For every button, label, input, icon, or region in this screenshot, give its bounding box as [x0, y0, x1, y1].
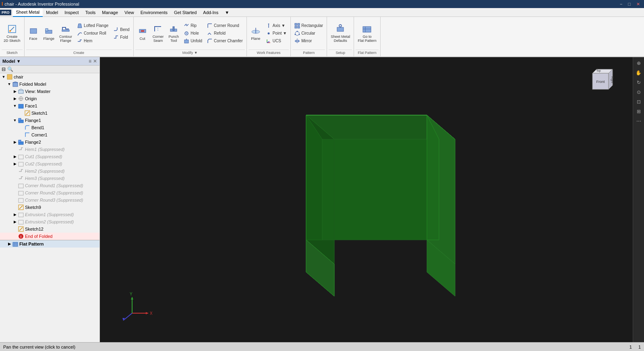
tree-item-extrusion1[interactable]: ▶ Extrusion1 (Suppressed) [0, 211, 99, 218]
tree-item-corner-round3[interactable]: ▶ Corner Round3 (Suppressed) [0, 196, 99, 204]
tree-item-chair[interactable]: ▼ chair [0, 73, 99, 81]
menu-dropdown[interactable]: ▼ [222, 8, 232, 17]
punch-tool-button[interactable]: PunchTool [166, 22, 181, 45]
corner-seam-button[interactable]: CornerSeam [151, 22, 166, 45]
sheet-metal-defaults-button[interactable]: Sheet MetalDefaults [329, 22, 352, 45]
expand-flange2[interactable]: ▶ [12, 139, 18, 145]
menu-tools[interactable]: Tools [82, 8, 99, 17]
tree-item-hem1[interactable]: ▶ Hem1 (Suppressed) [0, 146, 99, 153]
flat-pattern-label: Flat Pattern [19, 242, 44, 246]
viewport[interactable]: Front Top Right X Y [100, 57, 633, 342]
tree-item-flat-pattern[interactable]: ▶ Flat Pattern [0, 240, 99, 248]
tree-item-bend1[interactable]: ▶ Bend1 [0, 124, 99, 131]
ucs-button[interactable]: UCS [264, 37, 289, 45]
hole-icon [184, 31, 189, 36]
contour-roll-button[interactable]: Contour Roll [75, 30, 110, 37]
face-button[interactable]: Face [26, 22, 41, 45]
tree-item-sketch12[interactable]: ▶ Sketch12 [0, 225, 99, 233]
tree-item-cut2[interactable]: ▶ Cut2 (Suppressed) [0, 160, 99, 167]
menu-manage[interactable]: Manage [99, 8, 121, 17]
tree-item-flange2[interactable]: ▶ Flange2 [0, 138, 99, 146]
tree-item-extrusion2[interactable]: ▶ Extrusion2 (Suppressed) [0, 218, 99, 225]
tree-item-origin[interactable]: ▶ Origin [0, 95, 99, 102]
axis-button[interactable]: Axis ▼ [264, 22, 289, 29]
corner-chamfer-button[interactable]: Corner Chamfer [205, 37, 245, 45]
menu-view[interactable]: View [121, 8, 137, 17]
side-panel-title[interactable]: Model ▼ [2, 59, 21, 64]
cut-button[interactable]: Cut [135, 22, 150, 45]
tree-item-hem2[interactable]: ▶ Hem2 (Suppressed) [0, 167, 99, 175]
title-controls[interactable]: − □ ✕ [617, 2, 642, 7]
rt-pan[interactable]: ✋ [634, 68, 643, 77]
svg-marker-95 [146, 312, 148, 314]
svg-rect-57 [19, 140, 21, 142]
tree-item-corner-round1[interactable]: ▶ Corner Round1 (Suppressed) [0, 182, 99, 189]
expand-cut2[interactable]: ▶ [12, 161, 18, 167]
tree-item-view-master[interactable]: ▶ View: Master [0, 88, 99, 95]
rt-zoom-in[interactable]: ⊕ [634, 59, 643, 68]
rectangular-button[interactable]: Rectangular [292, 22, 325, 29]
rt-orbit[interactable]: ↻ [634, 78, 643, 87]
fold-button[interactable]: Fold [111, 33, 131, 41]
expand-view-master[interactable]: ▶ [12, 89, 18, 94]
menu-get-started[interactable]: Get Started [171, 8, 200, 17]
close-button[interactable]: ✕ [634, 2, 642, 7]
rt-look-at[interactable]: ⊙ [634, 88, 643, 97]
flange-label: Flange [43, 37, 55, 41]
corner-round-button[interactable]: Corner Round [205, 22, 245, 29]
tree-item-end-of-folded[interactable]: ▶ ! End of Folded [0, 233, 99, 240]
expand-cut1[interactable]: ▶ [12, 154, 18, 159]
tree-item-hem3[interactable]: ▶ Hem3 (Suppressed) [0, 175, 99, 182]
flange-button[interactable]: Flange [41, 22, 57, 45]
menu-environments[interactable]: Environments [137, 8, 171, 17]
rt-more[interactable]: ⋯ [634, 117, 643, 126]
expand-flat-pattern[interactable]: ▶ [6, 241, 12, 247]
tree-item-cut1[interactable]: ▶ Cut1 (Suppressed) [0, 153, 99, 160]
tree-item-sketch1[interactable]: ▶ Sketch1 [0, 109, 99, 117]
expand-chair[interactable]: ▼ [1, 74, 6, 80]
tree-item-folded-model[interactable]: ▼ Folded Model [0, 81, 99, 88]
rt-settings[interactable]: ⊞ [634, 107, 643, 116]
tree-item-corner-round2[interactable]: ▶ Corner Round2 (Suppressed) [0, 189, 99, 196]
hole-button[interactable]: Hole [182, 30, 204, 37]
tree-item-flange1[interactable]: ▼ Flange1 [0, 117, 99, 124]
refold-button[interactable]: Refold [205, 30, 245, 37]
bend-button[interactable]: Bend [111, 26, 131, 33]
tree-item-sketch9[interactable]: ▶ Sketch9 [0, 204, 99, 211]
menu-model[interactable]: Model [43, 8, 61, 17]
point-button[interactable]: Point ▼ [264, 30, 289, 37]
rt-fit[interactable]: ⊡ [634, 97, 643, 106]
menu-inspect[interactable]: Inspect [61, 8, 82, 17]
svg-point-31 [295, 34, 296, 35]
contour-roll-icon [77, 31, 83, 36]
tree-item-face1[interactable]: ▼ Face1 [0, 102, 99, 109]
side-panel-close[interactable]: ✕ [93, 58, 97, 64]
go-to-flat-pattern-button[interactable]: Go toFlat Pattern [356, 22, 379, 45]
lofted-flange-button[interactable]: Lofted Flange [75, 22, 110, 29]
maximize-button[interactable]: □ [625, 2, 633, 7]
filter-icon[interactable]: ⊟ [2, 66, 6, 72]
expand-folded-model[interactable]: ▼ [6, 81, 12, 87]
svg-text:Right: Right [611, 76, 614, 83]
search-icon[interactable]: 🔍 [7, 66, 13, 72]
minimize-button[interactable]: − [617, 2, 625, 7]
expand-extrusion1[interactable]: ▶ [12, 212, 18, 217]
circular-button[interactable]: Circular [292, 30, 325, 37]
tree-item-corner1[interactable]: ▶ Corner1 [0, 131, 99, 138]
plane-button[interactable]: Plane [248, 22, 263, 45]
rip-button[interactable]: Rip [182, 22, 204, 29]
create-2d-sketch-button[interactable]: Create2D Sketch [2, 22, 23, 45]
corner-seam-icon [153, 24, 163, 34]
viewcube[interactable]: Front Top Right [584, 65, 617, 97]
contour-flange-button[interactable]: ContourFlange [57, 22, 74, 45]
side-panel-options[interactable]: ≡ [89, 58, 91, 64]
expand-flange1[interactable]: ▼ [12, 118, 18, 123]
expand-face1[interactable]: ▼ [12, 103, 18, 109]
expand-origin[interactable]: ▶ [12, 96, 18, 101]
hem-button[interactable]: Hem [75, 37, 110, 45]
expand-extrusion2[interactable]: ▶ [12, 219, 18, 225]
unfold-button[interactable]: Unfold [182, 37, 204, 45]
menu-add-ins[interactable]: Add-Ins [200, 8, 222, 17]
mirror-button[interactable]: Mirror [292, 37, 325, 45]
menu-sheet-metal[interactable]: Sheet Metal [13, 8, 43, 17]
